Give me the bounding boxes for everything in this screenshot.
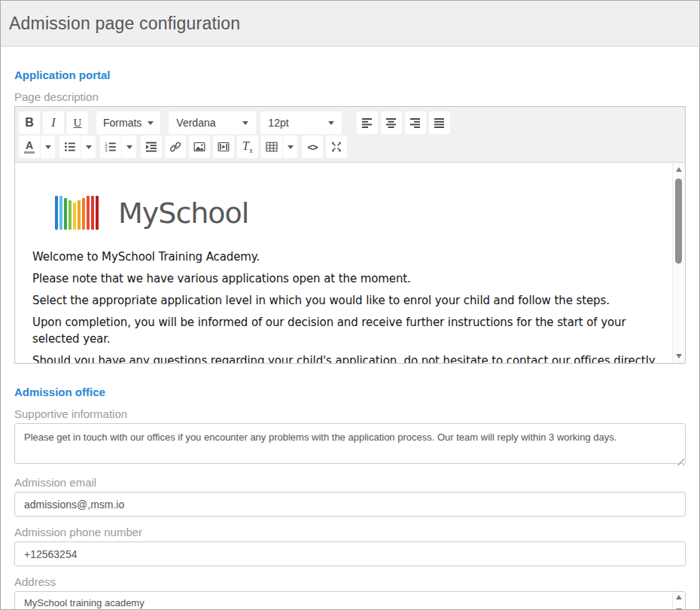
section-heading-admission-office: Admission office bbox=[14, 386, 686, 398]
page-description-label: Page description bbox=[14, 90, 686, 103]
numbered-list-button[interactable]: 123 bbox=[100, 136, 121, 158]
align-left-icon bbox=[361, 117, 373, 128]
toolbar-row-2: A bbox=[19, 136, 681, 158]
scroll-up-icon[interactable] bbox=[676, 167, 682, 172]
bullet-list-split-button bbox=[59, 136, 96, 158]
bullet-list-button[interactable] bbox=[59, 136, 81, 158]
logo-bar bbox=[68, 200, 72, 230]
svg-text:3: 3 bbox=[105, 148, 108, 152]
page-content: Application portal Page description B I … bbox=[1, 69, 699, 610]
section-heading-application-portal: Application portal bbox=[14, 69, 686, 81]
numbered-list-caret[interactable] bbox=[122, 136, 136, 158]
logo-bar bbox=[82, 198, 85, 230]
font-size-select[interactable]: 12pt bbox=[260, 111, 342, 134]
indent-icon bbox=[145, 142, 157, 152]
page-header: Admission page configuration bbox=[1, 1, 699, 47]
fullscreen-icon bbox=[330, 141, 342, 153]
myschool-logo: MySchool bbox=[55, 196, 669, 230]
editor-paragraph: Upon completion, you will be informed of… bbox=[32, 314, 669, 347]
text-color-caret[interactable] bbox=[41, 136, 55, 158]
italic-button[interactable]: I bbox=[43, 111, 64, 134]
clear-formatting-icon: Tx bbox=[242, 139, 253, 154]
address-textarea[interactable]: MySchool training academy MySchool road … bbox=[14, 591, 686, 610]
numbered-list-icon: 123 bbox=[105, 142, 117, 152]
editor-document[interactable]: MySchool Welcome to MySchool Training Ac… bbox=[15, 163, 672, 363]
scroll-down-icon[interactable] bbox=[676, 354, 682, 358]
media-button[interactable] bbox=[213, 136, 234, 158]
table-button[interactable] bbox=[261, 136, 282, 158]
formats-label: Formats bbox=[103, 117, 142, 129]
scroll-up-icon[interactable] bbox=[676, 595, 682, 599]
admission-phone-input[interactable] bbox=[14, 541, 686, 566]
myschool-logo-text: MySchool bbox=[118, 197, 248, 230]
chevron-down-icon bbox=[45, 145, 51, 149]
logo-bar bbox=[91, 196, 94, 230]
rich-text-editor: B I U Formats Verdana 12pt bbox=[14, 106, 686, 364]
fullscreen-button[interactable] bbox=[326, 136, 347, 158]
myschool-logo-bars bbox=[55, 196, 100, 230]
table-caret[interactable] bbox=[283, 136, 297, 158]
clear-formatting-button[interactable]: Tx bbox=[237, 136, 258, 158]
chevron-down-icon bbox=[86, 145, 92, 149]
image-button[interactable] bbox=[189, 136, 210, 158]
toolbar-row-1: B I U Formats Verdana 12pt bbox=[19, 111, 681, 134]
align-justify-button[interactable] bbox=[429, 111, 450, 134]
address-wrap: MySchool training academy MySchool road … bbox=[14, 591, 686, 610]
source-code-button[interactable]: <> bbox=[302, 136, 323, 158]
logo-bar bbox=[55, 196, 58, 230]
underline-button[interactable]: U bbox=[67, 111, 88, 134]
admission-phone-label: Admission phone number bbox=[14, 526, 686, 538]
admission-page-configuration: Admission page configuration Application… bbox=[0, 0, 700, 610]
table-icon bbox=[266, 142, 278, 152]
address-scrollbar[interactable] bbox=[672, 592, 685, 610]
editor-toolbar: B I U Formats Verdana 12pt bbox=[15, 107, 685, 163]
align-right-icon bbox=[409, 117, 422, 128]
logo-bar bbox=[64, 198, 67, 230]
formats-dropdown[interactable]: Formats bbox=[96, 111, 160, 134]
logo-bar bbox=[59, 196, 62, 230]
editor-content-area[interactable]: MySchool Welcome to MySchool Training Ac… bbox=[15, 163, 685, 363]
align-center-icon bbox=[385, 117, 397, 128]
text-color-split-button: A bbox=[19, 136, 56, 158]
table-split-button bbox=[261, 136, 298, 158]
image-icon bbox=[193, 141, 205, 153]
text-color-icon: A bbox=[24, 140, 35, 154]
logo-bar bbox=[96, 196, 99, 230]
supportive-information-label: Supportive information bbox=[14, 407, 686, 420]
chevron-down-icon bbox=[148, 121, 154, 125]
scrollbar-thumb[interactable] bbox=[675, 178, 682, 264]
supportive-information-wrap: Please get in touch with our offices if … bbox=[14, 423, 686, 467]
font-family-value: Verdana bbox=[176, 117, 215, 129]
editor-paragraph: Welcome to MySchool Training Academy. bbox=[32, 249, 669, 265]
link-button[interactable] bbox=[165, 136, 186, 158]
logo-bar bbox=[87, 196, 90, 230]
bullet-list-icon bbox=[64, 142, 76, 152]
bullet-list-caret[interactable] bbox=[81, 136, 96, 158]
italic-icon: I bbox=[51, 116, 55, 130]
text-color-button[interactable]: A bbox=[19, 136, 40, 158]
indent-button[interactable] bbox=[141, 136, 162, 158]
bold-icon: B bbox=[25, 116, 34, 130]
align-justify-icon bbox=[434, 117, 446, 128]
admission-email-input[interactable] bbox=[14, 492, 686, 517]
underline-icon: U bbox=[74, 117, 82, 130]
logo-bar bbox=[78, 200, 81, 230]
supportive-information-textarea[interactable]: Please get in touch with our offices if … bbox=[14, 423, 686, 464]
editor-scrollbar[interactable] bbox=[672, 163, 685, 363]
link-icon bbox=[169, 141, 181, 153]
align-right-button[interactable] bbox=[405, 111, 426, 134]
address-label: Address bbox=[14, 575, 686, 588]
media-icon bbox=[218, 141, 230, 153]
font-size-value: 12pt bbox=[268, 117, 288, 129]
align-left-button[interactable] bbox=[357, 111, 378, 134]
chevron-down-icon bbox=[288, 145, 294, 149]
bold-button[interactable]: B bbox=[19, 111, 40, 134]
source-code-icon: <> bbox=[307, 142, 317, 153]
font-family-select[interactable]: Verdana bbox=[169, 111, 256, 134]
align-center-button[interactable] bbox=[381, 111, 402, 134]
chevron-down-icon bbox=[126, 145, 132, 149]
editor-paragraph: Please note that we have various applica… bbox=[32, 270, 669, 287]
numbered-list-split-button: 123 bbox=[100, 136, 137, 158]
logo-bar bbox=[73, 203, 76, 230]
chevron-down-icon bbox=[242, 121, 248, 125]
